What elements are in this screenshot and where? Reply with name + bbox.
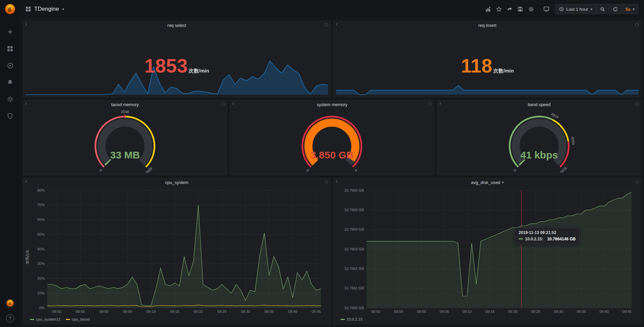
gauge-value: 41 kbps: [439, 149, 639, 161]
gauge-value: 3.850 GB: [232, 149, 432, 161]
svg-text:08:55: 08:55: [394, 310, 404, 314]
zoom-out-icon: [600, 7, 605, 12]
refresh-button[interactable]: [609, 4, 622, 14]
svg-text:08:50: 08:50: [371, 310, 380, 314]
panel-req-select: i req select 1853 次数/min: [23, 21, 331, 97]
svg-text:50%: 50%: [37, 232, 45, 236]
svg-text:08:55: 08:55: [76, 310, 85, 314]
svg-text:08:50: 08:50: [52, 310, 61, 314]
svg-text:20%: 20%: [37, 276, 45, 280]
panel-band-speed: i band speed 0491665548192 41 kbps: [437, 100, 641, 175]
svg-text:70%: 70%: [37, 203, 45, 207]
dashboard-title-button[interactable]: TDengine ▾: [25, 6, 64, 12]
svg-text:40%: 40%: [37, 247, 45, 251]
svg-text:80%: 80%: [37, 188, 45, 192]
svg-text:09:15: 09:15: [485, 310, 495, 314]
panel-title[interactable]: system memory: [317, 102, 347, 107]
y-axis-label: 使用占比: [25, 250, 30, 265]
svg-text:10.7665 GB: 10.7665 GB: [344, 208, 364, 212]
svg-text:09:10: 09:10: [463, 310, 472, 314]
svg-text:0: 0: [306, 168, 310, 173]
server-admin-shield-icon[interactable]: [5, 111, 15, 121]
legend: cpu_system11 cpu_taosd: [30, 317, 90, 321]
legend-item[interactable]: 10.0.2.15: [340, 317, 363, 321]
svg-text:09:20: 09:20: [194, 310, 203, 314]
svg-text:0%: 0%: [39, 306, 45, 310]
dashboards-icon[interactable]: [5, 44, 15, 54]
configuration-gear-icon[interactable]: [5, 94, 15, 104]
create-plus-icon[interactable]: [5, 27, 15, 37]
singlestat-req-insert[interactable]: 118 次数/min: [336, 30, 639, 95]
caret-down-icon: ▾: [62, 7, 64, 11]
svg-text:09:10: 09:10: [147, 310, 156, 314]
svg-text:09:35: 09:35: [577, 310, 586, 314]
time-range-picker[interactable]: Last 1 hour ▾: [555, 4, 596, 14]
panel-title[interactable]: req insert: [478, 23, 496, 28]
svg-text:09:30: 09:30: [554, 310, 563, 314]
svg-text:09:40: 09:40: [600, 310, 609, 314]
svg-text:6554: 6554: [570, 136, 576, 145]
dashboard-grid: i req select 1853 次数/min: [20, 18, 644, 327]
time-series-chart[interactable]: 0%10%20%30%40%50%60%70%80%08:5008:5509:0…: [32, 187, 326, 315]
save-icon[interactable]: [515, 4, 526, 14]
sidebar: ?: [0, 0, 20, 327]
tooltip-time: 2019-11-13 09:21:52: [519, 230, 576, 235]
legend-item[interactable]: cpu_system11: [30, 317, 60, 321]
explore-compass-icon[interactable]: [5, 60, 15, 71]
grafana-logo[interactable]: [4, 3, 16, 15]
caret-down-icon[interactable]: ▾: [502, 181, 504, 184]
refresh-interval-label: 5s: [626, 7, 630, 12]
alerting-bell-icon[interactable]: [5, 77, 15, 87]
grafana-app: ? TDengine ▾: [0, 0, 644, 327]
panel-title[interactable]: avg_disk_used: [471, 180, 500, 185]
svg-text:10%: 10%: [37, 291, 45, 295]
svg-text:10.7661 GB: 10.7661 GB: [344, 286, 364, 290]
tooltip-series-name: 10.0.2.15:: [525, 237, 543, 241]
caret-down-icon: ▾: [590, 7, 592, 11]
svg-text:60%: 60%: [37, 218, 45, 222]
tv-mode-icon[interactable]: [541, 4, 552, 14]
time-range-label: Last 1 hour: [566, 7, 588, 12]
zoom-out-button[interactable]: [596, 4, 609, 14]
star-icon[interactable]: [493, 4, 504, 14]
svg-text:09:35: 09:35: [264, 310, 274, 314]
share-icon[interactable]: [504, 4, 515, 14]
svg-text:09:45: 09:45: [623, 310, 632, 314]
svg-text:10.7660 GB: 10.7660 GB: [344, 306, 364, 310]
settings-gear-icon[interactable]: [526, 4, 536, 14]
svg-text:09:25: 09:25: [531, 310, 540, 314]
svg-text:09:30: 09:30: [241, 310, 250, 314]
time-series-chart[interactable]: 10.7660 GB10.7661 GB10.7662 GB10.7663 GB…: [338, 187, 636, 315]
svg-text:09:25: 09:25: [217, 310, 227, 314]
panel-title[interactable]: cpu_system: [165, 180, 188, 185]
add-panel-button[interactable]: [483, 4, 493, 14]
stat-value: 1853 次数/min: [25, 56, 328, 76]
panel-title[interactable]: req select: [167, 23, 186, 28]
singlestat-req-select[interactable]: 1853 次数/min: [25, 30, 328, 95]
panel-req-insert: i req insert 118 次数/min: [333, 21, 641, 97]
panel-title[interactable]: band speed: [528, 102, 550, 107]
svg-text:30%: 30%: [37, 262, 45, 266]
svg-text:09:05: 09:05: [440, 310, 449, 314]
dashboards-grid-icon: [25, 6, 31, 12]
svg-text:10.7663 GB: 10.7663 GB: [344, 247, 364, 251]
user-avatar[interactable]: [5, 298, 15, 308]
panel-avg-disk-used: i avg_disk_used ▾ 10.7660 GB10.7661 GB10…: [333, 178, 641, 324]
help-icon[interactable]: ?: [6, 314, 14, 322]
panel-taosd-memory: i taosd memory 020484096 33 MB: [23, 100, 227, 175]
legend-item[interactable]: cpu_taosd: [66, 317, 90, 321]
refresh-interval-picker[interactable]: 5s ▾: [622, 4, 639, 14]
svg-text:09:00: 09:00: [417, 310, 426, 314]
legend: 10.0.2.15: [340, 317, 363, 321]
svg-text:09:40: 09:40: [288, 310, 298, 314]
graph-tooltip: 2019-11-13 09:21:52 10.0.2.15: 10.766414…: [515, 228, 580, 244]
svg-text:09:00: 09:00: [99, 310, 109, 314]
svg-text:4: 4: [354, 168, 359, 173]
tooltip-value: 10.7664146 GB: [547, 237, 576, 241]
clock-icon: [559, 7, 564, 11]
panel-title[interactable]: taosd memory: [111, 102, 139, 107]
panel-cpu-system: i cpu_system 使用占比 0%10%20%30%40%50%60%70…: [23, 178, 331, 324]
gauge: 04: [232, 109, 432, 173]
tooltip-series-swatch: [519, 238, 523, 239]
navbar: TDengine ▾: [20, 0, 644, 18]
